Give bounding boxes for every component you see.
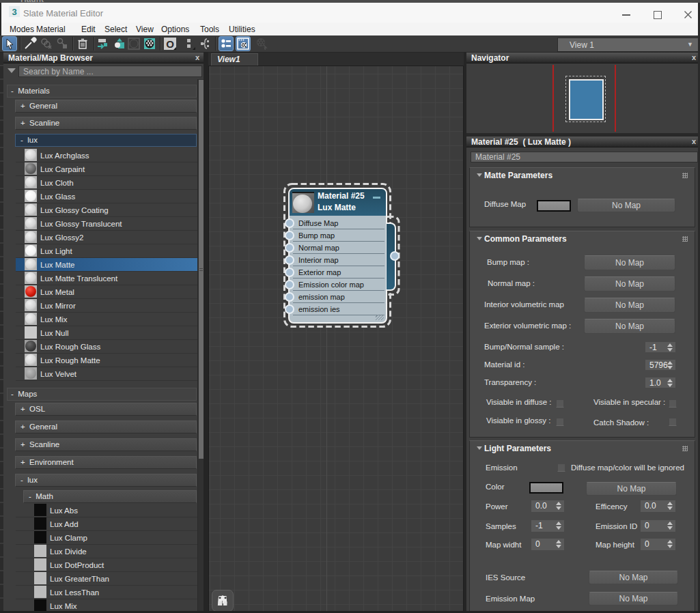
svg-text:O: O	[166, 38, 174, 50]
svg-text:3: 3	[12, 7, 16, 17]
